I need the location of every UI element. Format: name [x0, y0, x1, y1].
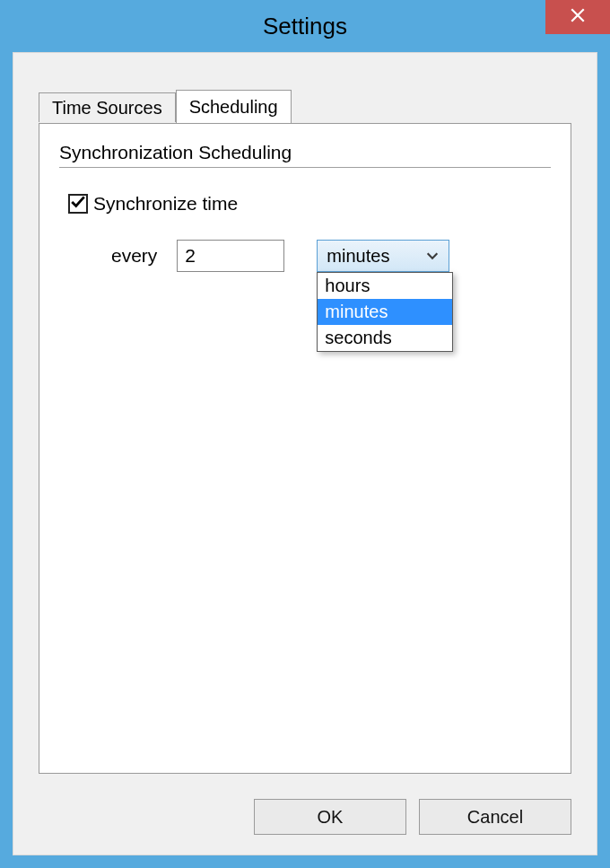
synchronize-row: Synchronize time [68, 193, 551, 215]
unit-dropdown: minutes hours minutes seconds [317, 240, 449, 272]
section-heading: Synchronization Scheduling [59, 142, 551, 163]
interval-input[interactable] [177, 240, 284, 272]
chevron-down-icon [425, 249, 440, 263]
dialog-button-row: OK Cancel [254, 799, 571, 835]
unit-option-seconds[interactable]: seconds [318, 325, 452, 351]
close-button[interactable] [545, 0, 610, 34]
checkmark-icon [70, 194, 86, 214]
unit-dropdown-list: hours minutes seconds [317, 272, 453, 352]
tab-label: Scheduling [189, 97, 278, 117]
close-icon [570, 7, 586, 27]
unit-dropdown-selected: minutes [327, 246, 389, 267]
unit-option-minutes[interactable]: minutes [318, 299, 452, 325]
tab-time-sources[interactable]: Time Sources [39, 92, 176, 122]
settings-window: Settings Time Sources Scheduling Synchro… [0, 0, 610, 868]
tab-label: Time Sources [52, 98, 162, 118]
dialog-body: Time Sources Scheduling Synchronization … [13, 52, 597, 855]
synchronize-checkbox[interactable] [68, 194, 88, 214]
unit-option-hours[interactable]: hours [318, 273, 452, 299]
unit-dropdown-button[interactable]: minutes [317, 240, 449, 272]
cancel-button-label: Cancel [467, 807, 523, 828]
tab-scheduling[interactable]: Scheduling [176, 90, 292, 123]
tabs-container: Time Sources Scheduling Synchronization … [39, 89, 571, 774]
ok-button[interactable]: OK [254, 799, 406, 835]
ok-button-label: OK [318, 807, 344, 828]
tab-strip: Time Sources Scheduling [39, 89, 571, 122]
window-title: Settings [263, 13, 347, 40]
section-divider [59, 167, 551, 168]
tab-panel-scheduling: Synchronization Scheduling Synchronize t… [39, 123, 571, 774]
titlebar: Settings [0, 0, 610, 52]
interval-row: every minutes hours minutes seconds [111, 240, 551, 272]
synchronize-label: Synchronize time [93, 193, 238, 215]
cancel-button[interactable]: Cancel [419, 799, 571, 835]
every-label: every [111, 245, 157, 267]
